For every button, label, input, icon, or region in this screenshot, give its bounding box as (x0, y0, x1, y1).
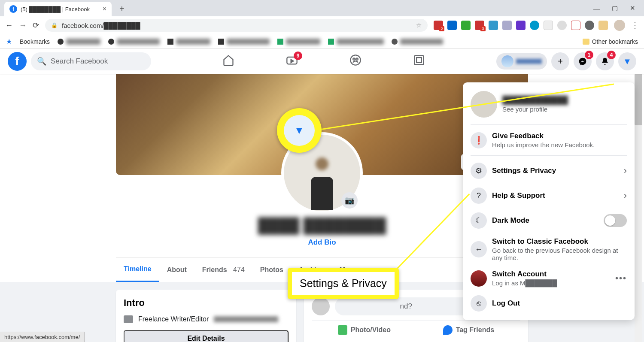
watch-icon[interactable]: 9 (282, 54, 302, 69)
moon-icon: ☾ (471, 212, 487, 229)
briefcase-icon (124, 315, 133, 323)
extension-icon[interactable]: 2 (434, 21, 443, 30)
bookmark-item[interactable] (108, 39, 160, 45)
edit-details-button[interactable]: Edit Details (124, 330, 289, 342)
close-window-icon[interactable]: ✕ (630, 4, 635, 12)
inner-scrollbar[interactable] (635, 74, 642, 342)
new-tab-button[interactable]: + (115, 1, 129, 16)
create-button[interactable]: + (551, 52, 569, 70)
maximize-icon[interactable]: ▢ (612, 4, 618, 12)
dd-help-support[interactable]: ? Help & Support › (466, 183, 631, 208)
account-dropdown-button[interactable]: ▼ (618, 52, 636, 70)
extension-icon[interactable]: 3 (475, 21, 484, 30)
bookmark-star-icon[interactable]: ★ (6, 37, 12, 45)
tab-title: (5) ████████ | Facebook (21, 6, 90, 12)
extensions-strip: 2 3 (434, 21, 608, 30)
star-icon[interactable]: ☆ (416, 21, 422, 29)
profile-chip[interactable] (496, 53, 547, 70)
tab-friends[interactable]: Friends 474 (194, 257, 252, 282)
extension-icon[interactable] (544, 21, 553, 30)
close-tab-icon[interactable]: × (103, 5, 106, 13)
dd-see-profile[interactable]: ████████████ See your profile (466, 87, 631, 122)
avatar-icon (501, 55, 513, 67)
camera-icon[interactable]: 📷 (341, 192, 358, 209)
home-icon[interactable] (218, 54, 239, 69)
intro-work-line: Freelance Writer/Editor (124, 315, 289, 323)
svg-point-2 (353, 58, 355, 60)
extension-icon[interactable] (516, 21, 526, 30)
account-dropdown-menu: ████████████ See your profile ❗ Give Fee… (463, 82, 635, 320)
groups-icon[interactable] (345, 54, 366, 69)
chrome-menu-icon[interactable]: ⋮ (631, 21, 639, 30)
bookmarks-bar: ★ Bookmarks Other bookmarks (0, 34, 644, 49)
bookmark-item[interactable] (167, 39, 210, 45)
extension-icon[interactable] (571, 21, 580, 30)
bookmark-item[interactable] (392, 39, 443, 45)
logout-icon: ⎋ (471, 295, 487, 312)
center-nav: 9 (151, 54, 496, 69)
more-icon[interactable]: ••• (615, 273, 627, 283)
facebook-header: f 🔍 Search Facebook 9 + 1 4 (0, 49, 644, 74)
bookmarks-label[interactable]: Bookmarks (20, 38, 50, 45)
dd-settings-privacy[interactable]: ⚙ Settings & Privacy › (466, 158, 631, 183)
extension-icon[interactable] (530, 21, 539, 30)
composer-avatar (312, 297, 330, 315)
chrome-profile-avatar[interactable] (614, 20, 625, 31)
dark-mode-toggle[interactable] (604, 214, 627, 227)
dd-dark-mode[interactable]: ☾ Dark Mode (466, 208, 631, 233)
annotation-caret-callout: ▼ (277, 108, 322, 153)
folder-icon (583, 39, 589, 45)
watch-badge: 9 (294, 51, 302, 60)
caret-down-icon: ▼ (294, 124, 304, 136)
reload-button[interactable]: ⟳ (33, 21, 39, 30)
dd-give-feedback[interactable]: ❗ Give Feedback Help us improve the new … (466, 127, 631, 153)
dd-switch-account[interactable]: Switch Account Log in as M███████ ••• (466, 266, 631, 291)
search-icon: 🔍 (37, 57, 46, 66)
feedback-icon: ❗ (471, 132, 487, 148)
other-bookmarks-label: Other bookmarks (592, 38, 638, 45)
back-button[interactable]: ← (5, 21, 13, 30)
other-bookmarks-folder[interactable]: Other bookmarks (583, 38, 638, 45)
extension-icon[interactable] (489, 21, 498, 30)
help-icon: ? (471, 188, 487, 204)
extension-icon[interactable] (502, 21, 512, 30)
bookmark-item[interactable] (58, 39, 100, 45)
intro-card: Intro Freelance Writer/Editor Edit Detai… (116, 290, 296, 342)
tag-friends-button[interactable]: Tag Friends (443, 325, 495, 335)
dd-log-out[interactable]: ⎋ Log Out (466, 291, 631, 316)
bookmark-item[interactable] (277, 39, 320, 45)
tab-about[interactable]: About (159, 257, 194, 282)
tab-photos[interactable]: Photos (252, 257, 291, 282)
extension-icon[interactable] (557, 21, 567, 30)
photo-video-icon (338, 325, 347, 335)
browser-chrome: f (5) ████████ | Facebook × + — ▢ ✕ ← → … (0, 0, 644, 49)
svg-rect-5 (416, 58, 422, 63)
facebook-favicon: f (9, 5, 17, 13)
dd-switch-classic[interactable]: ← Switch to Classic Facebook Go back to … (466, 233, 631, 266)
photo-video-button[interactable]: Photo/Video (338, 325, 391, 335)
facebook-logo[interactable]: f (8, 52, 27, 71)
notifications-button[interactable]: 4 (596, 52, 614, 70)
browser-tab[interactable]: f (5) ████████ | Facebook × (4, 2, 112, 16)
svg-point-1 (350, 55, 360, 65)
bookmark-item[interactable] (328, 39, 384, 45)
tag-friends-icon (443, 325, 453, 335)
url-text: facebook.com/████████ (62, 22, 140, 29)
gear-icon: ⚙ (471, 163, 487, 179)
address-bar[interactable]: 🔒 facebook.com/████████ ☆ (45, 19, 428, 32)
extension-icon[interactable] (447, 21, 457, 30)
status-bar-url: https://www.facebook.com/me/ (0, 332, 85, 342)
extension-icon[interactable] (598, 21, 608, 30)
tab-timeline[interactable]: Timeline (116, 257, 159, 282)
search-input[interactable]: 🔍 Search Facebook (31, 52, 151, 70)
divider (471, 124, 627, 125)
window-controls: — ▢ ✕ (593, 0, 644, 16)
gaming-icon[interactable] (409, 54, 429, 69)
forward-button[interactable]: → (19, 21, 27, 30)
extension-icon[interactable] (585, 21, 594, 30)
minimize-icon[interactable]: — (593, 5, 600, 12)
extension-icon[interactable] (461, 21, 471, 30)
messenger-button[interactable]: 1 (574, 52, 592, 70)
bookmark-item[interactable] (218, 39, 270, 45)
divider (471, 155, 627, 156)
